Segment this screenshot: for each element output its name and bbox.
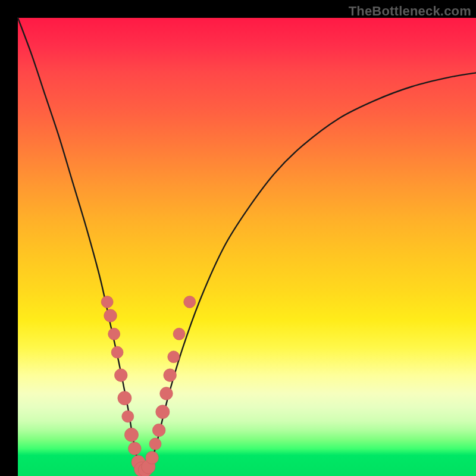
curve-marker <box>184 296 196 308</box>
curve-marker <box>108 328 120 340</box>
curve-marker <box>111 346 123 358</box>
chart-frame: TheBottleneck.com <box>0 0 476 476</box>
curve-marker <box>122 411 134 422</box>
curve-marker <box>164 369 177 382</box>
curve-marker <box>146 451 159 464</box>
curve-marker <box>173 328 185 340</box>
curve-marker <box>168 351 180 363</box>
curve-marker <box>160 387 173 400</box>
curve-markers <box>101 296 196 476</box>
curve-marker <box>129 442 142 455</box>
curve-marker <box>124 428 138 441</box>
curve-svg <box>18 18 476 476</box>
curve-marker <box>101 296 113 308</box>
watermark-text: TheBottleneck.com <box>349 4 471 19</box>
curve-marker <box>114 369 127 382</box>
curve-marker <box>118 392 131 405</box>
plot-area <box>18 18 476 476</box>
curve-marker <box>149 438 161 450</box>
curve-marker <box>152 424 165 437</box>
curve-marker <box>104 309 117 322</box>
bottleneck-curve <box>18 18 476 473</box>
curve-marker <box>156 405 170 419</box>
